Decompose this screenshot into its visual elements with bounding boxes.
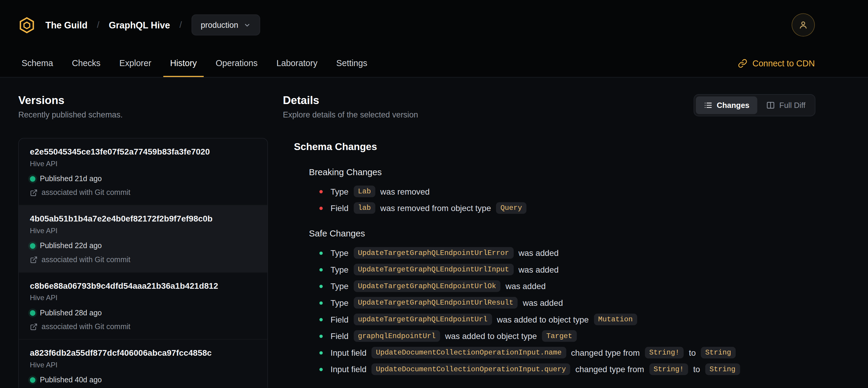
versions-list: e2e55045345ce13fe07f52a77459b83fa3fe7020… <box>18 138 268 388</box>
code-badge: UpdateTargetGraphQLEndpointUrlOk <box>353 280 500 292</box>
change-item: Input fieldUpdateDocumentCollectionOpera… <box>319 346 815 359</box>
changes-view-button[interactable]: Changes <box>696 96 757 114</box>
change-item: TypeUpdateTargetGraphQLEndpointUrlErrorw… <box>319 247 815 260</box>
top-header: The Guild / GraphQL Hive / production <box>0 0 868 50</box>
org-link[interactable]: The Guild <box>45 20 88 30</box>
version-git-label: associated with Git commit <box>41 323 130 331</box>
version-hash: a823f6db2a55df877dcf406006abca97fcc4858c <box>30 347 256 358</box>
nav-tabs-items: SchemaChecksExplorerHistoryOperationsLab… <box>15 50 374 77</box>
change-text: was added to object type <box>445 331 537 341</box>
nav-tabs: SchemaChecksExplorerHistoryOperationsLab… <box>0 50 868 78</box>
tab-checks[interactable]: Checks <box>65 50 107 77</box>
code-badge: Query <box>496 202 527 214</box>
change-item: TypeLabwas removed <box>319 185 815 198</box>
safe-changes-list: TypeUpdateTargetGraphQLEndpointUrlErrorw… <box>319 247 815 376</box>
version-hash: e2e55045345ce13fe07f52a77459b83fa3fe7020 <box>30 146 256 157</box>
tab-settings[interactable]: Settings <box>330 50 374 77</box>
change-text: was added <box>523 298 563 307</box>
code-badge: lab <box>353 202 375 214</box>
change-text: Type <box>330 281 348 291</box>
list-icon <box>704 101 712 110</box>
version-item[interactable]: a823f6db2a55df877dcf406006abca97fcc4858c… <box>19 339 267 388</box>
change-text: was added <box>505 281 546 291</box>
schema-changes-title: Schema Changes <box>294 141 815 153</box>
change-text: Input field <box>330 348 367 358</box>
change-text: Type <box>330 298 348 307</box>
code-badge: UpdateTargetGraphQLEndpointUrlResult <box>353 297 518 308</box>
version-item[interactable]: c8b6e88a06793b9c4dfd54aaa21b36a1b421d812… <box>19 272 267 339</box>
safe-changes-title: Safe Changes <box>309 229 815 239</box>
version-published: Published 22d ago <box>40 241 101 250</box>
bullet-icon <box>319 368 322 371</box>
tab-explorer[interactable]: Explorer <box>113 50 158 77</box>
tab-history[interactable]: History <box>163 50 204 77</box>
published-dot-icon <box>30 243 35 249</box>
published-dot-icon <box>30 377 35 383</box>
connect-cdn-button[interactable]: Connect to CDN <box>738 50 815 77</box>
user-menu-button[interactable] <box>792 13 815 36</box>
bullet-icon <box>319 285 322 288</box>
target-selector-value: production <box>201 21 238 30</box>
user-icon <box>798 20 809 30</box>
code-badge: graphqlEndpointUrl <box>353 330 440 342</box>
breaking-changes-list: TypeLabwas removedFieldlabwas removed fr… <box>319 185 815 214</box>
tab-laboratory[interactable]: Laboratory <box>270 50 324 77</box>
version-service: Hive API <box>30 227 256 236</box>
hive-logo-icon[interactable] <box>18 17 35 33</box>
change-text: was added <box>519 265 559 274</box>
versions-title: Versions <box>18 94 268 107</box>
code-badge: String! <box>649 363 688 375</box>
code-badge: UpdateTargetGraphQLEndpointUrlError <box>353 247 514 259</box>
full-diff-view-label: Full Diff <box>779 101 805 110</box>
versions-subtitle: Recently published schemas. <box>18 110 268 119</box>
change-text: was added <box>519 248 559 258</box>
breaking-changes-title: Breaking Changes <box>309 168 815 177</box>
connect-cdn-label: Connect to CDN <box>752 59 815 68</box>
version-hash: 4b05ab51b1b4a7e2e4b0ef82172f2b9f7ef98c0b <box>30 213 256 225</box>
change-text: was added to object type <box>497 315 589 324</box>
app-window: The Guild / GraphQL Hive / production Sc… <box>0 0 868 388</box>
change-item: TypeUpdateTargetGraphQLEndpointUrlOkwas … <box>319 280 815 293</box>
code-badge: Target <box>542 330 577 342</box>
change-text: was removed <box>380 187 430 197</box>
target-selector[interactable]: production <box>191 14 260 35</box>
tab-operations[interactable]: Operations <box>209 50 265 77</box>
changes-view-label: Changes <box>717 101 749 110</box>
schema-changes-section: Schema Changes Breaking Changes TypeLabw… <box>283 141 815 376</box>
bullet-icon <box>319 351 322 354</box>
details-subtitle: Explore details of the selected version <box>283 110 418 119</box>
change-text: Field <box>330 315 348 324</box>
change-text: changed type from <box>575 364 644 374</box>
breadcrumb-separator: / <box>180 20 182 30</box>
version-item[interactable]: 4b05ab51b1b4a7e2e4b0ef82172f2b9f7ef98c0b… <box>19 205 267 272</box>
details-title: Details <box>283 94 418 107</box>
split-columns-icon <box>766 101 775 110</box>
chevron-down-icon <box>244 21 251 28</box>
version-service: Hive API <box>30 294 256 302</box>
code-badge: UpdateDocumentCollectionOperationInput.n… <box>372 347 566 358</box>
change-item: FieldgraphqlEndpointUrlwas added to obje… <box>319 330 815 342</box>
published-dot-icon <box>30 176 35 182</box>
change-text: changed type from <box>571 348 640 358</box>
version-service: Hive API <box>30 360 256 369</box>
breadcrumb: The Guild / GraphQL Hive / production <box>18 14 260 35</box>
code-badge: Lab <box>353 186 375 197</box>
main-content: Versions Recently published schemas. e2e… <box>0 78 868 388</box>
version-published: Published 28d ago <box>40 308 101 318</box>
bullet-icon <box>319 251 322 255</box>
versions-panel: Versions Recently published schemas. e2e… <box>18 94 268 388</box>
code-badge: String <box>701 347 735 358</box>
tab-schema[interactable]: Schema <box>15 50 60 77</box>
change-text: to <box>689 348 696 358</box>
change-item: TypeUpdateTargetGraphQLEndpointUrlResult… <box>319 297 815 309</box>
change-text: to <box>693 364 700 374</box>
code-badge: UpdateTargetGraphQLEndpointUrlInput <box>353 264 514 275</box>
change-text: Type <box>330 265 348 274</box>
change-text: Type <box>330 248 348 258</box>
link-icon <box>738 59 748 68</box>
version-item[interactable]: e2e55045345ce13fe07f52a77459b83fa3fe7020… <box>19 139 267 205</box>
full-diff-view-button[interactable]: Full Diff <box>758 96 813 114</box>
project-link[interactable]: GraphQL Hive <box>109 20 170 30</box>
bullet-icon <box>319 268 322 271</box>
view-toggle: Changes Full Diff <box>693 94 815 116</box>
